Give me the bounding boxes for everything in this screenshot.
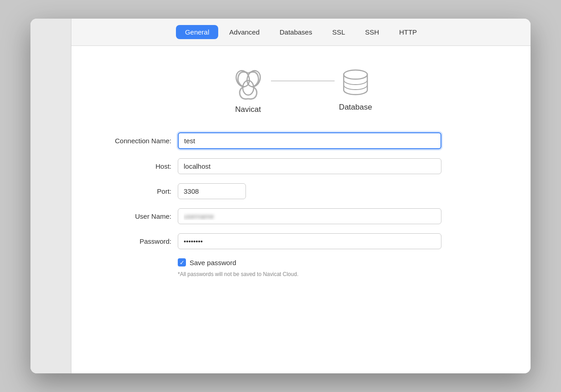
password-label: Password: — [99, 237, 171, 245]
tab-bar: General Advanced Databases SSL SSH HTTP — [71, 19, 531, 46]
svg-point-2 — [243, 80, 254, 95]
navicat-icon — [230, 64, 266, 101]
navicat-label: Navicat — [235, 105, 261, 114]
port-input[interactable] — [178, 183, 246, 199]
username-label: User Name: — [99, 212, 171, 220]
tab-ssl[interactable]: SSL — [323, 25, 354, 39]
sidebar — [30, 19, 71, 373]
connection-name-label: Connection Name: — [99, 137, 171, 145]
password-input[interactable] — [178, 233, 441, 249]
host-label: Host: — [99, 162, 171, 170]
connector-line — [271, 80, 335, 81]
password-row: Password: — [99, 233, 503, 249]
tab-http[interactable]: HTTP — [390, 25, 426, 39]
database-icon-block: Database — [339, 66, 372, 112]
username-input[interactable] — [178, 208, 441, 224]
connection-name-input[interactable] — [178, 132, 441, 149]
tab-general[interactable]: General — [176, 25, 218, 39]
save-password-row: ✓ Save password — [178, 258, 503, 266]
note-text: *All passwords will not be saved to Navi… — [178, 271, 503, 277]
icons-section: Navicat Database — [99, 64, 503, 114]
main-content: General Advanced Databases SSL SSH HTTP — [71, 19, 531, 373]
checkmark-icon: ✓ — [180, 260, 185, 266]
connection-name-row: Connection Name: — [99, 132, 503, 149]
host-input[interactable] — [178, 158, 441, 174]
save-password-checkbox[interactable]: ✓ — [178, 258, 186, 266]
username-row: User Name: — [99, 208, 503, 224]
main-window: General Advanced Databases SSL SSH HTTP — [30, 19, 531, 373]
tab-ssh[interactable]: SSH — [356, 25, 388, 39]
form-section: Connection Name: Host: Port: — [99, 132, 503, 277]
host-row: Host: — [99, 158, 503, 174]
navicat-icon-block: Navicat — [230, 64, 266, 114]
port-row: Port: — [99, 183, 503, 199]
database-icon — [340, 66, 371, 98]
svg-point-3 — [344, 70, 367, 79]
tab-advanced[interactable]: Advanced — [220, 25, 269, 39]
port-label: Port: — [99, 187, 171, 195]
save-password-label: Save password — [190, 259, 236, 266]
database-label: Database — [339, 103, 372, 112]
tab-databases[interactable]: Databases — [270, 25, 321, 39]
content-area: Navicat Database — [71, 46, 531, 373]
